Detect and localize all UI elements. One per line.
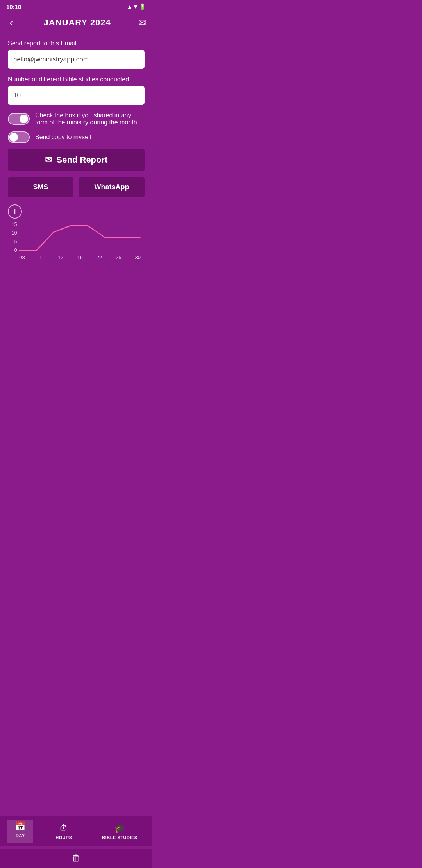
copy-toggle-label: Send copy to myself xyxy=(35,134,91,141)
wifi-icon: ▾ xyxy=(134,3,137,10)
email-header-button[interactable]: ✉ xyxy=(138,17,146,28)
x-label-11: 11 xyxy=(39,255,44,260)
x-label-30: 30 xyxy=(135,255,141,260)
status-time: 10:10 xyxy=(6,4,21,10)
ministry-toggle-label: Check the box if you shared in any form … xyxy=(35,112,145,126)
x-label-08: 08 xyxy=(19,255,25,260)
bible-studies-label: Number of different Bible studies conduc… xyxy=(8,76,145,83)
send-report-icon: ✉ xyxy=(45,155,52,165)
email-header-icon: ✉ xyxy=(138,17,146,28)
bible-studies-input[interactable] xyxy=(8,86,145,105)
x-label-22: 22 xyxy=(97,255,102,260)
info-row: i xyxy=(8,203,145,222)
chart-y-5: 5 xyxy=(14,239,17,244)
chart-area: 15 10 5 0 08 11 12 16 22 xyxy=(8,222,145,262)
copy-toggle[interactable] xyxy=(8,131,30,143)
chart-svg xyxy=(19,222,141,253)
chart-y-0: 0 xyxy=(14,247,17,253)
battery-icon: 🔋 xyxy=(139,3,146,10)
status-icons: ▲ ▾ 🔋 xyxy=(127,3,146,10)
header: ‹ JANUARY 2024 ✉ xyxy=(0,12,152,37)
chart-y-15: 15 xyxy=(12,222,17,227)
x-label-12: 12 xyxy=(58,255,63,260)
ministry-toggle[interactable] xyxy=(8,113,30,125)
main-content: Send report to this Email Number of diff… xyxy=(0,37,152,268)
email-label: Send report to this Email xyxy=(8,40,145,47)
sms-button[interactable]: SMS xyxy=(8,177,73,197)
status-bar: 10:10 ▲ ▾ 🔋 xyxy=(0,0,152,12)
whatsapp-button[interactable]: WhatsApp xyxy=(79,177,145,197)
chart-x-labels: 08 11 12 16 22 25 30 xyxy=(19,255,141,262)
copy-toggle-row: Send copy to myself xyxy=(8,131,145,143)
share-buttons: SMS WhatsApp xyxy=(8,177,145,197)
signal-icon: ▲ xyxy=(127,4,132,10)
chart-y-10: 10 xyxy=(12,230,17,236)
x-label-25: 25 xyxy=(116,255,121,260)
back-button[interactable]: ‹ xyxy=(6,15,16,30)
send-report-button[interactable]: ✉ Send Report xyxy=(8,149,145,171)
ministry-toggle-row: Check the box if you shared in any form … xyxy=(8,112,145,126)
send-report-label: Send Report xyxy=(57,155,108,165)
page-title: JANUARY 2024 xyxy=(44,18,111,28)
x-label-16: 16 xyxy=(77,255,82,260)
email-input[interactable] xyxy=(8,50,145,69)
info-icon[interactable]: i xyxy=(8,204,22,219)
